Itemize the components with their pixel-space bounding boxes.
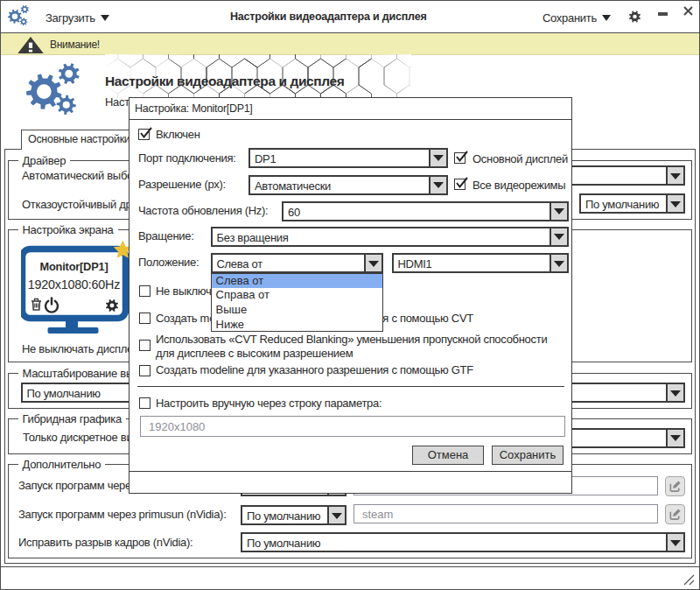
svg-text:Monitor[DP1]: Monitor[DP1] bbox=[40, 260, 108, 273]
svg-text:1920x1080:60Hz: 1920x1080:60Hz bbox=[28, 277, 120, 291]
